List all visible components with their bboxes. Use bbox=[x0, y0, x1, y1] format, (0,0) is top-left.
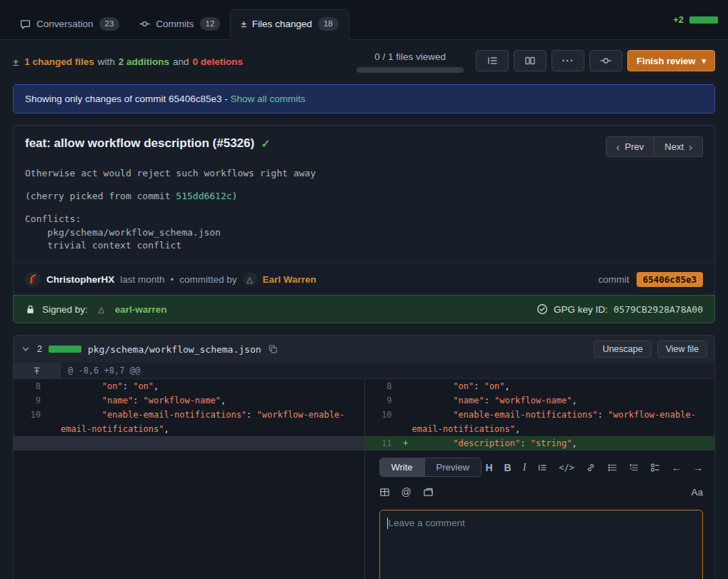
write-tab[interactable]: Write bbox=[380, 458, 425, 476]
line-number[interactable]: 8 bbox=[365, 379, 399, 393]
diff-pane-old: 8 "on": "on", 9 "name": "workflow-name",… bbox=[14, 379, 364, 579]
editor-tabs: Write Preview bbox=[379, 458, 482, 477]
diff-sign bbox=[399, 408, 412, 436]
line-number[interactable]: 8 bbox=[14, 379, 48, 393]
unescape-button[interactable]: Unescape bbox=[594, 341, 651, 358]
inline-comment-form: Write Preview H B I </> bbox=[365, 450, 715, 579]
commit-message-body: Otherwise act would reject such workflow… bbox=[14, 166, 714, 263]
expand-up-icon bbox=[32, 366, 41, 376]
text-cursor bbox=[387, 518, 388, 529]
line-number[interactable]: 9 bbox=[14, 393, 48, 408]
preview-tab[interactable]: Preview bbox=[425, 458, 481, 476]
diff-row: 10 "enable-email-notifications": "workfl… bbox=[14, 408, 364, 436]
conversation-icon bbox=[20, 19, 31, 29]
dot-separator: • bbox=[171, 274, 174, 285]
verified-check-icon bbox=[537, 303, 548, 315]
global-diff-stats: +2 bbox=[673, 14, 718, 25]
task-list-icon[interactable] bbox=[650, 463, 660, 473]
empty-line-placeholder bbox=[14, 436, 364, 450]
commit-sha-badge[interactable]: 65406c85e3 bbox=[637, 272, 703, 287]
conflicts-block: Conflicts: pkg/schema/workflow_schema.js… bbox=[25, 213, 703, 253]
diff-row: 9 "name": "workflow-name", bbox=[365, 393, 715, 408]
redo-icon[interactable]: → bbox=[693, 462, 703, 473]
ordered-list-icon[interactable] bbox=[629, 463, 639, 473]
commit-icon bbox=[139, 19, 150, 29]
author-name-link[interactable]: ChristopherHX bbox=[46, 274, 114, 285]
italic-icon[interactable]: I bbox=[523, 462, 527, 473]
summary-with: with bbox=[98, 56, 115, 67]
diffstat-bar bbox=[689, 16, 718, 24]
tab-files-changed[interactable]: ± Files changed 18 bbox=[230, 9, 349, 40]
tab-commits-count: 12 bbox=[200, 17, 221, 31]
copy-path-button[interactable] bbox=[268, 344, 278, 354]
diff-row: 8 "on": "on", bbox=[14, 379, 364, 393]
line-number[interactable]: 10 bbox=[365, 408, 399, 436]
prev-commit-button[interactable]: ‹ Prev bbox=[606, 136, 655, 157]
diffstat-additions-label: +2 bbox=[673, 14, 684, 25]
gpg-key-id: 0579CB2928A78A00 bbox=[614, 304, 703, 315]
comment-textarea[interactable] bbox=[379, 510, 704, 579]
code-line: "on": "on", bbox=[412, 379, 715, 393]
code-line: "on": "on", bbox=[61, 379, 364, 393]
commit-time: last month bbox=[120, 274, 164, 285]
expand-hunk-button[interactable] bbox=[14, 363, 61, 378]
hunk-header-text: @ -8,6 +8,7 @@ bbox=[61, 363, 140, 378]
show-all-commits-link[interactable]: Show all commits bbox=[230, 94, 305, 104]
file-additions-bar bbox=[49, 346, 81, 353]
commit-select-button[interactable] bbox=[589, 50, 622, 71]
table-icon[interactable] bbox=[379, 487, 390, 498]
finish-review-button[interactable]: Finish review ▾ bbox=[627, 50, 715, 71]
committer-avatar[interactable]: △ bbox=[243, 272, 257, 286]
commit-message-line: Otherwise act would reject such workflow… bbox=[25, 167, 703, 181]
prev-label: Prev bbox=[625, 141, 644, 152]
conflict-note: trivial context conflict bbox=[25, 239, 703, 253]
tab-files-changed-label: Files changed bbox=[252, 19, 312, 29]
chevron-right-icon: › bbox=[689, 141, 692, 152]
font-size-toggle[interactable]: Aa bbox=[691, 487, 703, 498]
deletions-count: 0 deletions bbox=[193, 56, 244, 67]
files-viewed-track bbox=[356, 67, 464, 73]
file-tree-toggle-button[interactable] bbox=[476, 50, 509, 71]
signer-avatar-glyph: △ bbox=[99, 305, 104, 314]
view-file-button[interactable]: View file bbox=[657, 341, 707, 358]
tab-conversation[interactable]: Conversation 23 bbox=[10, 10, 129, 39]
quote-icon[interactable] bbox=[537, 463, 547, 473]
undo-icon[interactable]: ← bbox=[672, 462, 682, 473]
summary-and: and bbox=[173, 56, 189, 67]
commit-label: commit bbox=[598, 274, 629, 285]
diff-row: 9 "name": "workflow-name", bbox=[14, 393, 364, 408]
diff-sign bbox=[48, 393, 61, 408]
mention-icon[interactable]: @ bbox=[402, 486, 412, 498]
tab-commits[interactable]: Commits 12 bbox=[129, 10, 230, 39]
conflict-file: pkg/schema/workflow_schema.json bbox=[25, 226, 703, 240]
heading-icon[interactable]: H bbox=[485, 462, 492, 473]
line-number[interactable]: 11 bbox=[365, 436, 399, 450]
tab-files-changed-count: 18 bbox=[318, 17, 339, 31]
files-viewed-label: 0 / 1 files viewed bbox=[356, 51, 464, 62]
signer-name-link[interactable]: earl-warren bbox=[115, 304, 167, 315]
diff-view-toggle-button[interactable] bbox=[514, 50, 547, 71]
more-options-button[interactable]: ··· bbox=[552, 50, 584, 71]
link-icon[interactable] bbox=[586, 463, 596, 473]
line-number[interactable]: 10 bbox=[14, 408, 48, 436]
diff-sign bbox=[399, 379, 412, 393]
diff-sign bbox=[399, 393, 412, 408]
line-number[interactable]: 9 bbox=[365, 393, 399, 408]
lock-icon bbox=[25, 304, 36, 315]
bold-icon[interactable]: B bbox=[504, 462, 512, 473]
author-avatar[interactable] bbox=[25, 271, 41, 287]
signer-avatar[interactable]: △ bbox=[94, 302, 109, 316]
cherry-pick-hash-link[interactable]: 515dd6612c bbox=[176, 191, 231, 201]
gpg-signed-banner: Signed by: △ earl-warren GPG key ID: 057… bbox=[13, 295, 715, 323]
code-line: "name": "workflow-name", bbox=[61, 393, 364, 408]
code-icon[interactable]: </> bbox=[559, 463, 574, 473]
bullet-list-icon[interactable] bbox=[607, 463, 617, 473]
collapse-file-button[interactable] bbox=[21, 344, 31, 354]
code-line: "enable-email-notifications": "workflow-… bbox=[61, 408, 364, 436]
triangle-avatar-glyph: △ bbox=[246, 275, 252, 284]
next-commit-button[interactable]: Next › bbox=[654, 136, 703, 157]
file-changes-count: 2 bbox=[37, 344, 42, 354]
diff-icon: ± bbox=[241, 19, 246, 29]
reference-icon[interactable] bbox=[423, 487, 434, 498]
committer-name-link[interactable]: Earl Warren bbox=[263, 274, 316, 285]
